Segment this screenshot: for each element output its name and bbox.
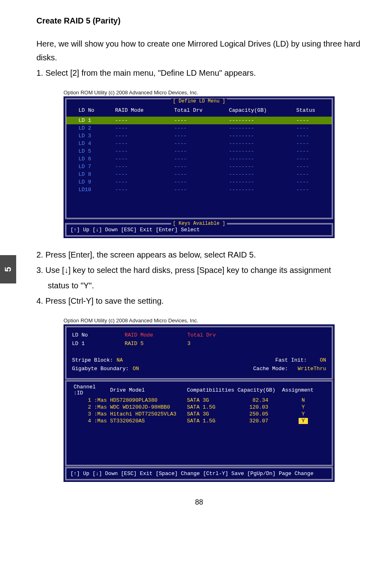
drive-row: 3 :MasHitachi HDT725025VLA3SATA 3G250.05…: [72, 411, 326, 418]
cell: SATA 1.5G: [185, 418, 236, 424]
table-row: LD 3--------------------: [66, 132, 332, 140]
cell: ----: [294, 155, 332, 163]
bios1-menu-title: [ Define LD Menu ]: [66, 98, 332, 104]
cell: ----: [172, 117, 226, 124]
cell: ----: [294, 163, 332, 170]
bios2-drive-table: Channel :ID Drive Model Compatibilities …: [72, 383, 326, 424]
cell: LD10: [66, 186, 113, 194]
cell: N: [280, 397, 326, 404]
page-number: 88: [36, 498, 362, 507]
bios2-cache-label: Cache Mode:: [253, 366, 298, 372]
cell: LD 7: [66, 163, 113, 170]
bios1-th-ldno: LD No: [66, 107, 113, 114]
cell: --------: [227, 155, 294, 163]
chapter-tab: 5: [0, 255, 16, 283]
cell: --------: [227, 117, 294, 124]
bios2-cache-val: WriteThru: [298, 366, 326, 372]
table-row: LD10--------------------: [66, 186, 332, 194]
cell: --------: [227, 178, 294, 186]
cell: Hitachi HDT725025VLA3: [108, 411, 185, 418]
cell: LD 5: [66, 147, 113, 155]
cell: ----: [113, 132, 172, 140]
bios2-stripe-label: Stripe Block:: [72, 357, 117, 363]
cell: ----: [113, 170, 172, 178]
bios1-table: LD No RAID Mode Total Drv Capacity(GB) S…: [66, 107, 332, 194]
step-3b: status to "Y".: [36, 279, 362, 292]
cell: --------: [227, 147, 294, 155]
cell: HDS728090PLA380: [108, 397, 185, 404]
bios2-th-cap: Capacity(GB): [236, 383, 280, 397]
bios-screenshot-2: Option ROM Utility (c) 2008 Advanced Mic…: [64, 317, 335, 482]
bios2-ldno-val: LD 1: [72, 341, 125, 347]
cell: ----: [172, 124, 226, 132]
cell: LD 3: [66, 132, 113, 140]
cell: --------: [227, 140, 294, 147]
cell: ----: [294, 170, 332, 178]
bios1-th-capacity: Capacity(GB): [227, 107, 294, 114]
cell: ----: [294, 124, 332, 132]
cell: SATA 3G: [185, 397, 236, 404]
cell: ----: [294, 140, 332, 147]
bios1-th-raidmode: RAID Mode: [113, 107, 172, 114]
table-row: LD 9--------------------: [66, 178, 332, 186]
cell: SATA 1.5G: [185, 404, 236, 411]
bios2-th-asg: Assignment: [280, 383, 326, 397]
cell: Y: [280, 418, 326, 424]
cell: 250.05: [236, 411, 280, 418]
cell: ----: [113, 163, 172, 170]
cell: LD 4: [66, 140, 113, 147]
cell: ----: [113, 178, 172, 186]
drive-row: 4 :MasST3320620ASSATA 1.5G320.07Y: [72, 418, 326, 424]
bios2-totaldrv-label: Total Drv: [187, 332, 216, 338]
cell: 1 :Mas: [72, 397, 108, 404]
cell: ----: [172, 147, 226, 155]
bios2-th-comp: Compatibilities: [185, 383, 236, 397]
cell: --------: [227, 186, 294, 194]
cell: 3 :Mas: [72, 411, 108, 418]
cell: ----: [113, 155, 172, 163]
table-row: LD 4--------------------: [66, 140, 332, 147]
chapter-number: 5: [3, 267, 13, 272]
cell: WDC WD1200JD-98HBB0: [108, 404, 185, 411]
cell: LD 9: [66, 178, 113, 186]
cell: Y: [280, 411, 326, 418]
table-row: LD 6--------------------: [66, 155, 332, 163]
cell: ----: [172, 163, 226, 170]
cell: ----: [172, 155, 226, 163]
cell: ----: [172, 186, 226, 194]
cell: ----: [294, 117, 332, 124]
cell: ----: [113, 117, 172, 124]
bios1-keys-title: [ Keys Available ]: [64, 221, 334, 226]
cell: 2 :Mas: [72, 404, 108, 411]
cell: SATA 3G: [185, 411, 236, 418]
cell: ----: [172, 140, 226, 147]
cell: ----: [172, 170, 226, 178]
bios2-fast-val: ON: [320, 357, 326, 363]
table-row: LD 1--------------------: [66, 117, 332, 124]
cell: 320.07: [236, 418, 280, 424]
cell: 120.03: [236, 404, 280, 411]
bios2-th-model: Drive Model: [108, 383, 185, 397]
cell: ----: [172, 132, 226, 140]
cell: ----: [113, 186, 172, 194]
drive-row: 1 :MasHDS728090PLA380SATA 3G82.34N: [72, 397, 326, 404]
cell: 82.34: [236, 397, 280, 404]
table-row: LD 5--------------------: [66, 147, 332, 155]
step-4: 4. Press [Ctrl-Y] to save the setting.: [36, 294, 362, 308]
bios1-th-totaldrv: Total Drv: [172, 107, 226, 114]
bios2-fast-label: Fast Init:: [275, 357, 320, 363]
cell: ----: [172, 178, 226, 186]
cell: ----: [113, 147, 172, 155]
cell: LD 2: [66, 124, 113, 132]
section-title: Create RAID 5 (Parity): [36, 16, 362, 26]
bios1-th-status: Status: [294, 107, 332, 114]
cell: ----: [294, 132, 332, 140]
bios2-giga-label: Gigabyte Boundary:: [72, 366, 133, 372]
drive-row: 2 :MasWDC WD1200JD-98HBB0SATA 1.5G120.03…: [72, 404, 326, 411]
cell: ----: [294, 147, 332, 155]
cell: --------: [227, 124, 294, 132]
bios2-footer: [↑] Up [↓] Down [ESC] Exit [Space] Chang…: [66, 468, 332, 479]
intro-paragraph: Here, we will show you how to create one…: [36, 37, 362, 64]
cell: --------: [227, 163, 294, 170]
bios2-raidmode-label: RAID Mode: [125, 332, 187, 338]
